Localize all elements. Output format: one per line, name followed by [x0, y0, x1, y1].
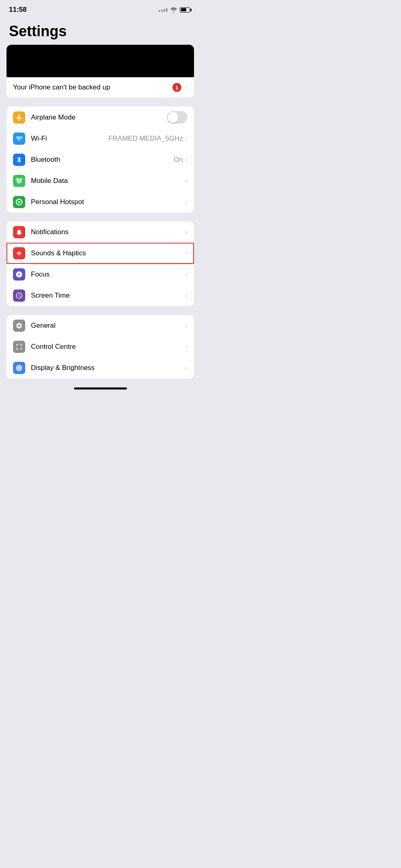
settings-row-bluetooth[interactable]: Bluetooth On ›: [7, 149, 194, 170]
page-title: Settings: [0, 16, 200, 45]
sounds-haptics-icon: [13, 247, 25, 259]
general-chevron: ›: [185, 322, 187, 329]
control-centre-icon: [13, 341, 25, 353]
signal-icon: [159, 8, 168, 12]
airplane-mode-toggle[interactable]: [167, 111, 187, 124]
connectivity-section: Airplane Mode Wi-Fi FRAMED MEDIA_5GHz › …: [7, 107, 194, 213]
account-card: Your iPhone can't be backed up 1 ›: [7, 45, 194, 98]
backup-row[interactable]: Your iPhone can't be backed up 1 ›: [7, 77, 194, 98]
hotspot-chevron: ›: [185, 198, 187, 206]
settings-row-screen-time[interactable]: Screen Time ›: [7, 285, 194, 306]
sounds-haptics-label: Sounds & Haptics: [31, 249, 185, 257]
settings-row-airplane-mode[interactable]: Airplane Mode: [7, 107, 194, 128]
settings-row-sounds-haptics[interactable]: Sounds & Haptics ›: [7, 243, 194, 264]
bluetooth-icon: [13, 154, 25, 166]
hotspot-label: Personal Hotspot: [31, 198, 185, 206]
wifi-status-icon: [170, 7, 177, 13]
mobile-data-chevron: ›: [185, 177, 187, 185]
system-section: Notifications › Sounds & Haptics › Focus…: [7, 222, 194, 306]
display-brightness-icon: [13, 362, 25, 374]
settings-row-mobile-data[interactable]: Mobile Data ›: [7, 170, 194, 191]
backup-badge: 1: [172, 83, 181, 92]
battery-icon: [180, 7, 192, 13]
notifications-chevron: ›: [185, 228, 187, 236]
screen-time-chevron: ›: [185, 292, 187, 299]
wifi-label: Wi-Fi: [31, 135, 108, 143]
wifi-chevron: ›: [185, 135, 187, 142]
focus-chevron: ›: [185, 271, 187, 278]
sounds-haptics-chevron: ›: [185, 250, 187, 257]
notifications-label: Notifications: [31, 228, 185, 236]
airplane-mode-icon: [13, 111, 25, 124]
general-section: General › Control Centre › Display & Bri…: [7, 315, 194, 379]
general-label: General: [31, 322, 185, 330]
control-centre-chevron: ›: [185, 343, 187, 350]
status-time: 11:58: [9, 6, 26, 14]
mobile-data-label: Mobile Data: [31, 177, 185, 185]
airplane-mode-label: Airplane Mode: [31, 113, 167, 122]
settings-row-wifi[interactable]: Wi-Fi FRAMED MEDIA_5GHz ›: [7, 128, 194, 149]
display-brightness-chevron: ›: [185, 364, 187, 372]
airplane-toggle[interactable]: [167, 111, 187, 124]
focus-icon: [13, 268, 25, 281]
wifi-row-icon: [13, 133, 25, 145]
bluetooth-chevron: ›: [185, 156, 187, 163]
status-bar: 11:58: [0, 0, 200, 16]
hotspot-icon: [13, 196, 25, 208]
settings-row-focus[interactable]: Focus ›: [7, 264, 194, 285]
settings-row-personal-hotspot[interactable]: Personal Hotspot ›: [7, 191, 194, 213]
general-icon: [13, 320, 25, 332]
status-icons: [159, 7, 192, 13]
focus-label: Focus: [31, 270, 185, 278]
screen-time-icon: [13, 289, 25, 302]
screen-time-label: Screen Time: [31, 292, 185, 300]
bluetooth-label: Bluetooth: [31, 156, 174, 164]
backup-right: 1 ›: [172, 83, 187, 92]
settings-row-control-centre[interactable]: Control Centre ›: [7, 336, 194, 357]
backup-chevron: ›: [185, 84, 187, 91]
settings-row-display-brightness[interactable]: Display & Brightness ›: [7, 357, 194, 379]
control-centre-label: Control Centre: [31, 343, 185, 351]
settings-row-notifications[interactable]: Notifications ›: [7, 222, 194, 243]
account-banner: [7, 45, 194, 77]
notifications-icon: [13, 226, 25, 238]
backup-text: Your iPhone can't be backed up: [13, 83, 110, 91]
bluetooth-value: On: [174, 156, 183, 164]
wifi-value: FRAMED MEDIA_5GHz: [108, 135, 183, 143]
settings-row-general[interactable]: General ›: [7, 315, 194, 336]
home-indicator: [74, 387, 127, 389]
mobile-data-icon: [13, 175, 25, 187]
display-brightness-label: Display & Brightness: [31, 364, 185, 372]
